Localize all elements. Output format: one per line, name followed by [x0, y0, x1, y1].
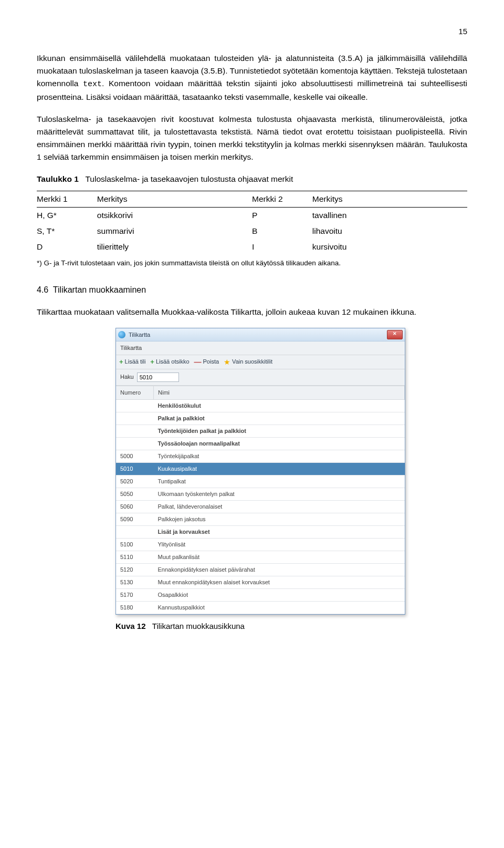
add-heading-button[interactable]: + Lisää otsikko [150, 357, 189, 366]
figure-text: Tilikartan muokkausikkuna [152, 622, 245, 630]
table-row[interactable]: Henkilöstökulut [116, 399, 405, 412]
table-row[interactable]: 5110Muut palkanlisät [116, 551, 405, 564]
add-heading-label: Lisää otsikko [156, 357, 190, 366]
table-row: D tilierittely I kursivoitu [37, 239, 467, 255]
table1: Merkki 1 Merkitys Merkki 2 Merkitys H, G… [37, 191, 467, 255]
table-row: H, G* otsikkorivi P tavallinen [37, 207, 467, 223]
toolbar: + Lisää tili + Lisää otsikko — Poista ★ … [116, 355, 405, 369]
cell-nimi: Kuukausipalkat [154, 462, 405, 475]
favorites-label: Vain suosikkitilit [232, 357, 272, 366]
delete-label: Poista [203, 357, 219, 366]
table1-footnote: *) G- ja T-rivit tulostetaan vain, jos j… [37, 258, 467, 269]
table1-caption-text: Tuloslaskelma- ja tasekaavojen tulostust… [85, 174, 293, 183]
plus-icon: + [150, 359, 154, 365]
table-row[interactable]: 5090Palkkojen jaksotus [116, 513, 405, 525]
table-row[interactable]: 5010Kuukausipalkat [116, 462, 405, 475]
cell-nimi: Lisät ja korvaukset [154, 526, 405, 539]
cell-nimi: Palkkojen jaksotus [154, 513, 405, 525]
cell-numero: 5020 [116, 475, 154, 488]
paragraph-2: Tuloslaskelma- ja tasekaavojen rivit koo… [37, 113, 467, 163]
table1-caption: Taulukko 1 Tuloslaskelma- ja tasekaavoje… [37, 173, 467, 185]
table-row[interactable]: Palkat ja palkkiot [116, 412, 405, 425]
table-row[interactable]: Lisät ja korvaukset [116, 526, 405, 539]
cell-numero: 5170 [116, 589, 154, 602]
cell-numero [116, 526, 154, 539]
table-row[interactable]: 5170Osapalkkiot [116, 589, 405, 602]
add-account-label: Lisää tili [125, 357, 146, 366]
table-row[interactable]: 5130Muut ennakonpidätyksen alaiset korva… [116, 576, 405, 589]
table1-h2: Merkitys [97, 191, 252, 207]
cell: P [252, 207, 312, 223]
cell-nimi: Muut ennakonpidätyksen alaiset korvaukse… [154, 576, 405, 589]
col-numero[interactable]: Numero [116, 386, 154, 399]
cell: I [252, 239, 312, 255]
cell-numero: 5120 [116, 564, 154, 576]
section-number: 4.6 [37, 285, 48, 294]
cell: S, T* [37, 223, 97, 239]
cell-numero: 5100 [116, 539, 154, 551]
table-row[interactable]: Työntekijöiden palkat ja palkkiot [116, 425, 405, 437]
table-row[interactable]: Työssäoloajan normaalipalkat [116, 437, 405, 450]
cell-nimi: Ylityönlisät [154, 539, 405, 551]
table1-h4: Merkitys [312, 191, 467, 207]
cell-numero [116, 437, 154, 450]
paragraph-3: Tilikarttaa muokataan valitsemalla Muokk… [37, 306, 467, 318]
cell-numero: 5130 [116, 576, 154, 589]
col-nimi[interactable]: Nimi [154, 386, 405, 399]
menu-tilikartta[interactable]: Tilikartta [120, 345, 142, 351]
table-row[interactable]: 5060Palkat, lähdeveronalaiset [116, 500, 405, 513]
table-row[interactable]: 5050Ulkomaan työskentelyn palkat [116, 488, 405, 500]
window-titlebar[interactable]: Tilikartta ✕ [116, 328, 405, 342]
section-heading: 4.6 Tilikartan muokkaaminen [37, 284, 467, 297]
table-row[interactable]: 5020Tuntipalkat [116, 475, 405, 488]
menubar: Tilikartta [116, 342, 405, 355]
search-label: Haku [120, 373, 134, 381]
cell-numero: 5060 [116, 500, 154, 513]
cell: tilierittely [97, 239, 252, 255]
para1-code: text [83, 80, 102, 89]
paragraph-1: Ikkunan ensimmäisellä välilehdellä muoka… [37, 52, 467, 103]
cell-nimi: Osapalkkiot [154, 589, 405, 602]
search-bar: Haku [116, 369, 405, 386]
cell-nimi: Ennakonpidätyksen alaiset päivärahat [154, 564, 405, 576]
cell-nimi: Työssäoloajan normaalipalkat [154, 437, 405, 450]
cell: D [37, 239, 97, 255]
cell: H, G* [37, 207, 97, 223]
cell-numero: 5050 [116, 488, 154, 500]
table-row[interactable]: 5100Ylityönlisät [116, 539, 405, 551]
add-account-button[interactable]: + Lisää tili [119, 357, 145, 366]
table-row[interactable]: 5120Ennakonpidätyksen alaiset päivärahat [116, 564, 405, 576]
page-number: 15 [37, 25, 467, 37]
cell: otsikkorivi [97, 207, 252, 223]
cell-numero: 5110 [116, 551, 154, 564]
table-row[interactable]: 5180Kannustuspalkkiot [116, 602, 405, 614]
delete-button[interactable]: — Poista [194, 357, 219, 366]
close-button[interactable]: ✕ [387, 330, 403, 339]
cell: B [252, 223, 312, 239]
table-row: S, T* summarivi B lihavoitu [37, 223, 467, 239]
cell-nimi: Henkilöstökulut [154, 399, 405, 412]
search-input[interactable] [137, 373, 179, 382]
table1-h3: Merkki 2 [252, 191, 312, 207]
cell-nimi: Työntekijäpalkat [154, 450, 405, 462]
cell-numero [116, 412, 154, 425]
plus-icon: + [119, 359, 123, 365]
cell-nimi: Työntekijöiden palkat ja palkkiot [154, 425, 405, 437]
cell-numero [116, 399, 154, 412]
minus-icon: — [194, 360, 202, 364]
cell-nimi: Ulkomaan työskentelyn palkat [154, 488, 405, 500]
table-row[interactable]: 5000Työntekijäpalkat [116, 450, 405, 462]
cell: tavallinen [312, 207, 467, 223]
window-title: Tilikartta [129, 330, 387, 339]
favorites-button[interactable]: ★ Vain suosikkitilit [224, 357, 272, 366]
cell: lihavoitu [312, 223, 467, 239]
cell-numero: 5010 [116, 462, 154, 475]
cell-nimi: Muut palkanlisät [154, 551, 405, 564]
cell: kursivoitu [312, 239, 467, 255]
cell-numero: 5000 [116, 450, 154, 462]
table1-h1: Merkki 1 [37, 191, 97, 207]
app-icon [118, 331, 125, 338]
para1-text-b: . Komentoon voidaan määrittää tekstin si… [37, 79, 467, 101]
cell-nimi: Tuntipalkat [154, 475, 405, 488]
cell-nimi: Palkat, lähdeveronalaiset [154, 500, 405, 513]
